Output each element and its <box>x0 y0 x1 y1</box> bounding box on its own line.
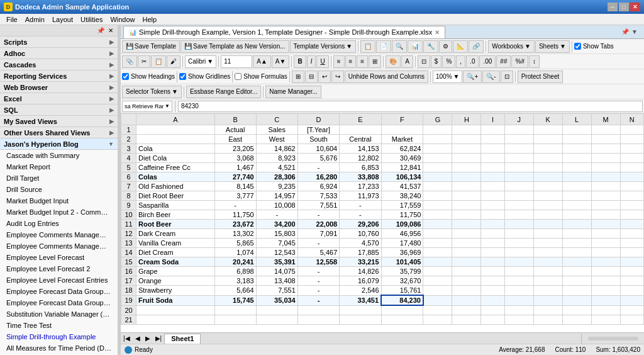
cell-r10-c3[interactable]: - <box>256 210 297 220</box>
tb-icon-4[interactable]: 📊 <box>408 40 423 53</box>
row-header-6[interactable]: 6 <box>121 172 136 182</box>
cell-r7-c7[interactable] <box>423 182 452 191</box>
cell-r4-c14[interactable] <box>620 154 643 163</box>
sidebar-blog-item-8[interactable]: Employee Comments Management <box>0 240 118 252</box>
cell-r7-c2[interactable]: 8,145 <box>214 182 256 191</box>
row-header-11[interactable]: 11 <box>121 220 136 229</box>
cell-r14-c6[interactable]: 36,969 <box>381 248 423 257</box>
cell-r18-c1[interactable]: Strawberry <box>136 286 215 296</box>
col-header-C[interactable]: C <box>256 114 297 125</box>
cell-r21-c1[interactable] <box>136 315 215 324</box>
cell-r11-c14[interactable] <box>620 220 643 229</box>
cell-r8-c13[interactable] <box>591 191 620 201</box>
show-gridlines-label[interactable]: Show Gridlines <box>179 73 230 80</box>
sidebar-blog-item-7[interactable]: Employee Comments Management (Ess... <box>0 229 118 240</box>
cell-r3-c13[interactable] <box>591 144 620 154</box>
col-header-N[interactable]: N <box>620 114 643 125</box>
col-header-L[interactable]: L <box>562 114 591 125</box>
cell-r17-c11[interactable] <box>533 276 562 286</box>
cell-r20-c11[interactable] <box>533 305 562 315</box>
cell-r4-c4[interactable]: 5,676 <box>297 154 340 163</box>
font-size-input[interactable] <box>221 55 252 68</box>
cell-r6-c12[interactable] <box>562 172 591 182</box>
cell-r19-c12[interactable] <box>562 295 591 305</box>
cell-r6-c5[interactable]: 33,808 <box>340 172 381 182</box>
cell-r15-c8[interactable] <box>452 257 481 267</box>
col-header-H[interactable]: H <box>452 114 481 125</box>
cell-r11-c4[interactable]: 22,008 <box>297 220 340 229</box>
cell-r9-c11[interactable] <box>533 201 562 210</box>
cell-r14-c8[interactable] <box>452 248 481 257</box>
cell-r8-c5[interactable]: 11,973 <box>340 191 381 201</box>
cell-r18-c13[interactable] <box>591 286 620 296</box>
row-header-10[interactable]: 10 <box>121 210 136 220</box>
cell-r3-c1[interactable]: Cola <box>136 144 215 154</box>
cell-r21-c11[interactable] <box>533 315 562 324</box>
cell-r10-c9[interactable] <box>481 210 504 220</box>
cell-r1-c5[interactable] <box>340 125 381 135</box>
sidebar-blog-item-10[interactable]: Employee Level Forecast 2 <box>0 263 118 274</box>
cell-r18-c3[interactable]: 7,551 <box>256 286 297 296</box>
sidebar-blog-item-12[interactable]: Employee Forecast Data Grouping <box>0 286 118 297</box>
row-header-20[interactable]: 20 <box>121 305 136 315</box>
cell-r21-c13[interactable] <box>591 315 620 324</box>
row-header-19[interactable]: 19 <box>121 295 136 305</box>
cell-r19-c14[interactable] <box>620 295 643 305</box>
cell-r4-c5[interactable]: 12,802 <box>340 154 381 163</box>
cell-r10-c6[interactable]: 11,750 <box>381 210 423 220</box>
cell-r17-c2[interactable]: 3,183 <box>214 276 256 286</box>
cell-r2-c13[interactable] <box>591 135 620 144</box>
cell-r14-c12[interactable] <box>562 248 591 257</box>
cell-r13-c1[interactable]: Vanilla Cream <box>136 239 215 248</box>
cell-r10-c4[interactable]: - <box>297 210 340 220</box>
cell-r5-c5[interactable]: 6,853 <box>340 163 381 172</box>
document-tab[interactable]: 📊 Simple Drill-through Example, Version … <box>123 26 445 38</box>
cell-r14-c5[interactable]: 17,885 <box>340 248 381 257</box>
font-size-down[interactable]: A▼ <box>272 55 290 68</box>
cell-r11-c1[interactable]: Root Beer <box>136 220 215 229</box>
cell-r20-c10[interactable] <box>504 305 533 315</box>
cell-r1-c14[interactable] <box>620 125 643 135</box>
cell-r14-c1[interactable]: Diet Cream <box>136 248 215 257</box>
cell-r16-c11[interactable] <box>533 267 562 276</box>
cell-r19-c8[interactable] <box>452 295 481 305</box>
cell-r1-c11[interactable] <box>533 125 562 135</box>
cell-r8-c10[interactable] <box>504 191 533 201</box>
cell-r3-c14[interactable] <box>620 144 643 154</box>
cell-r10-c5[interactable]: - <box>340 210 381 220</box>
cell-r7-c1[interactable]: Old Fashioned <box>136 182 215 191</box>
cell-r8-c9[interactable] <box>481 191 504 201</box>
cell-r19-c13[interactable] <box>591 295 620 305</box>
formula-input[interactable] <box>178 101 643 112</box>
cell-r20-c1[interactable] <box>136 305 215 315</box>
decimal-dec[interactable]: .00 <box>479 55 496 68</box>
cell-r15-c9[interactable] <box>481 257 504 267</box>
cell-r10-c11[interactable] <box>533 210 562 220</box>
cell-r4-c10[interactable] <box>504 154 533 163</box>
cell-r12-c11[interactable] <box>533 229 562 239</box>
cell-r13-c10[interactable] <box>504 239 533 248</box>
col-header-K[interactable]: K <box>533 114 562 125</box>
pin-button[interactable]: 📌 <box>95 26 106 35</box>
cell-r4-c1[interactable]: Diet Cola <box>136 154 215 163</box>
cell-r14-c9[interactable] <box>481 248 504 257</box>
cell-r1-c12[interactable] <box>562 125 591 135</box>
name-manager-btn[interactable]: Name Manager... <box>265 86 321 98</box>
col-header-E[interactable]: E <box>340 114 381 125</box>
cell-r13-c14[interactable] <box>620 239 643 248</box>
cell-r3-c12[interactable] <box>562 144 591 154</box>
zoom-dropdown[interactable]: 100% ▼ <box>433 70 462 83</box>
cell-r16-c12[interactable] <box>562 267 591 276</box>
cell-r21-c5[interactable] <box>340 315 381 324</box>
sidebar-blog-item-16[interactable]: Simple Drill-through Example <box>0 331 118 342</box>
cell-r16-c1[interactable]: Grape <box>136 267 215 276</box>
cell-r17-c1[interactable]: Orange <box>136 276 215 286</box>
cell-r15-c5[interactable]: 33,215 <box>340 257 381 267</box>
row-header-9[interactable]: 9 <box>121 201 136 210</box>
num-format-btn[interactable]: ## <box>496 55 511 68</box>
merge-btn[interactable]: ⊞ <box>369 55 381 68</box>
cell-r3-c9[interactable] <box>481 144 504 154</box>
sidebar-item-scripts[interactable]: Scripts ▶ <box>0 37 118 48</box>
cell-r5-c13[interactable] <box>591 163 620 172</box>
sidebar-item-adhoc[interactable]: Adhoc ▶ <box>0 48 118 59</box>
